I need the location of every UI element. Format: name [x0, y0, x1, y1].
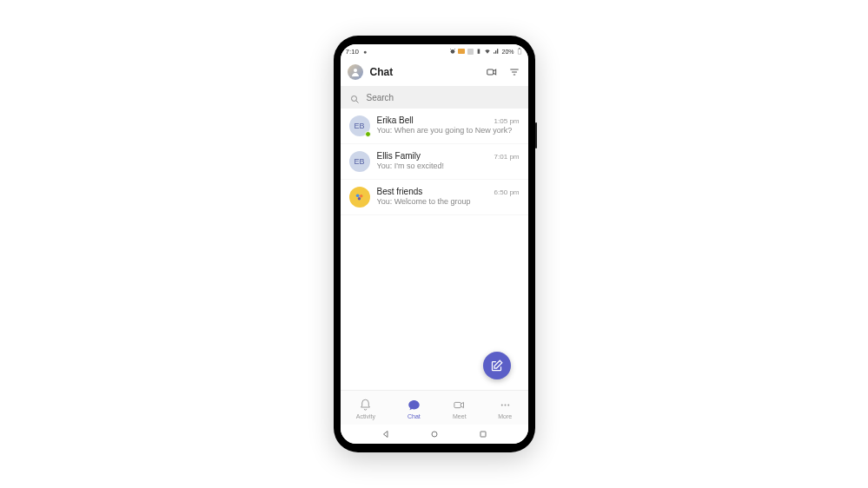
alarm-icon — [449, 48, 456, 55]
app-header: Chat — [341, 58, 528, 86]
battery-percentage: 20% — [501, 49, 514, 55]
nav-label: Chat — [407, 413, 421, 419]
status-time: 7:10 — [346, 48, 360, 56]
avatar-initials: EB — [354, 122, 364, 130]
system-recents-button[interactable] — [473, 428, 494, 440]
signal-icon — [493, 48, 500, 55]
nav-meet[interactable]: Meet — [453, 399, 467, 419]
search-icon — [349, 92, 360, 102]
phone-frame: 7:10 ● ▮ 20% — [334, 36, 535, 452]
nav-more[interactable]: More — [498, 399, 512, 419]
chat-icon — [407, 399, 421, 412]
chat-preview: You: When are you going to New york? — [377, 126, 520, 135]
card-icon — [467, 48, 474, 55]
svg-rect-13 — [454, 402, 461, 407]
new-chat-button[interactable] — [483, 352, 511, 379]
home-circle-icon — [429, 429, 440, 439]
more-icon — [498, 399, 512, 412]
svg-rect-18 — [480, 432, 486, 437]
video-icon — [453, 399, 467, 412]
nav-label: More — [498, 413, 512, 419]
svg-point-15 — [504, 405, 506, 406]
chat-avatar-group — [349, 187, 370, 208]
battery-status-icon: ▮ — [475, 48, 482, 55]
envelope-icon — [458, 48, 465, 55]
recents-square-icon — [478, 429, 488, 439]
svg-rect-1 — [518, 49, 520, 54]
chat-name: Ellis Family — [377, 151, 421, 161]
chat-time: 1:05 pm — [494, 117, 520, 125]
search-bar[interactable] — [341, 86, 528, 109]
svg-line-9 — [356, 101, 359, 103]
chat-time: 6:50 pm — [494, 188, 520, 196]
chat-avatar: EB — [349, 115, 370, 136]
phone-screen: 7:10 ● ▮ 20% — [341, 44, 528, 444]
back-triangle-icon — [381, 429, 391, 439]
chat-name: Erika Bell — [377, 115, 414, 125]
chat-avatar: EB — [349, 151, 370, 172]
svg-rect-4 — [487, 69, 493, 75]
chat-item-ellis-family[interactable]: EB Ellis Family 7:01 pm You: I'm so exci… — [341, 144, 528, 180]
compose-icon — [490, 359, 503, 373]
user-avatar[interactable] — [348, 64, 363, 80]
chat-preview: You: Welcome to the group — [377, 197, 520, 206]
wifi-icon — [484, 48, 491, 55]
search-input[interactable] — [367, 93, 520, 102]
battery-icon — [516, 48, 523, 55]
nav-activity[interactable]: Activity — [356, 399, 375, 419]
avatar-initials: EB — [354, 157, 364, 166]
svg-point-14 — [501, 405, 503, 406]
chat-preview: You: I'm so excited! — [377, 162, 520, 170]
system-navigation — [341, 425, 528, 444]
chat-list[interactable]: EB Erika Bell 1:05 pm You: When are you … — [341, 109, 528, 390]
filter-button[interactable] — [507, 65, 521, 79]
svg-point-17 — [432, 432, 437, 437]
svg-point-12 — [357, 197, 361, 201]
svg-point-10 — [355, 194, 359, 197]
chat-item-best-friends[interactable]: Best friends 6:50 pm You: Welcome to the… — [341, 180, 528, 215]
bottom-navigation: Activity Chat Meet More — [341, 390, 528, 425]
chat-item-erika-bell[interactable]: EB Erika Bell 1:05 pm You: When are you … — [341, 109, 528, 144]
svg-point-11 — [360, 195, 363, 198]
chat-time: 7:01 pm — [494, 153, 520, 161]
svg-point-16 — [507, 405, 509, 406]
bell-icon — [359, 399, 373, 412]
status-bar: 7:10 ● ▮ 20% — [341, 44, 528, 58]
svg-point-0 — [451, 49, 455, 54]
presence-available-icon — [365, 131, 371, 137]
svg-rect-2 — [519, 49, 520, 49]
svg-point-3 — [354, 69, 357, 72]
video-call-button[interactable] — [485, 65, 499, 79]
nav-chat[interactable]: Chat — [407, 399, 421, 419]
system-home-button[interactable] — [424, 428, 445, 440]
group-icon — [354, 191, 366, 203]
nav-label: Meet — [453, 413, 467, 419]
nav-label: Activity — [356, 413, 375, 419]
svg-point-8 — [351, 96, 356, 102]
page-title: Chat — [370, 66, 478, 78]
chat-name: Best friends — [377, 187, 423, 196]
system-back-button[interactable] — [375, 428, 396, 440]
notification-dot-icon: ● — [361, 48, 368, 55]
